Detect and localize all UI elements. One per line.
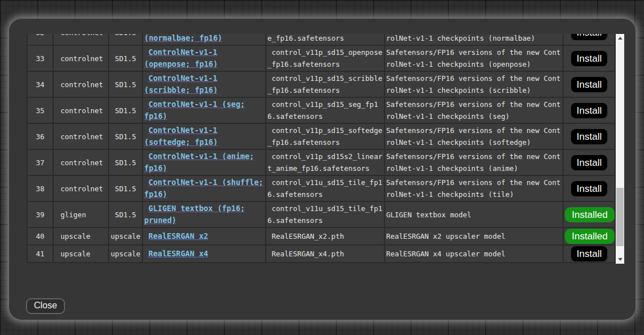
install-button[interactable]: Install xyxy=(571,155,607,170)
model-base-cell: SD1.5 xyxy=(109,72,142,97)
model-id-cell: 41 xyxy=(28,246,53,262)
installed-badge[interactable]: Installed xyxy=(565,229,615,244)
model-action-cell: Install xyxy=(564,124,615,149)
model-filename-cell: control_v11p_sd15_seg_fp16.safetensors xyxy=(266,98,384,123)
model-filename-cell: control_v11p_sd15s2_lineart_anime_fp16.s… xyxy=(266,150,384,175)
model-type-cell: controlnet xyxy=(54,46,108,71)
model-type-cell: controlnet xyxy=(54,176,108,201)
scroll-up-button[interactable] xyxy=(616,34,624,42)
model-action-cell: Installed xyxy=(564,202,615,227)
model-name-link[interactable]: ControlNet-v1-1 (normalbae; fp16) xyxy=(144,34,222,42)
installed-badge[interactable]: Installed xyxy=(565,207,615,222)
model-id-cell: 36 xyxy=(28,124,53,149)
model-type-cell: upscale xyxy=(54,246,108,262)
model-base-cell: SD1.5 xyxy=(109,34,142,45)
table-row: 41 upscale upscale RealESRGAN x4 RealESR… xyxy=(28,246,615,262)
model-filename-cell: control_v11p_sd15_scribble_fp16.safetens… xyxy=(266,72,384,97)
model-filename-cell: control_v11u_sd15_tile_fp16.safetensors xyxy=(266,202,384,227)
model-id-cell: 33 xyxy=(28,46,53,71)
model-base-cell: SD1.5 xyxy=(109,150,142,175)
model-type-cell: gligen xyxy=(54,202,108,227)
model-id-cell: 32 xyxy=(28,34,53,45)
model-name-cell: RealESRGAN x2 xyxy=(143,228,265,244)
model-description-cell: RealESRGAN x4 upscaler model xyxy=(385,246,563,262)
model-type-cell: controlnet xyxy=(54,34,108,45)
model-name-cell: ControlNet-v1-1 (anime; fp16) xyxy=(143,150,265,175)
install-button[interactable]: Install xyxy=(571,246,607,261)
model-action-cell: Install xyxy=(564,176,615,201)
model-action-cell: Install xyxy=(564,72,615,97)
model-name-link[interactable]: ControlNet-v1-1 (anime; fp16) xyxy=(144,152,254,173)
model-id-cell: 37 xyxy=(28,150,53,175)
scroll-down-button[interactable] xyxy=(616,255,624,264)
arrow-up-icon xyxy=(618,37,623,40)
table-row: 39 gligen SD1.5 GLIGEN textbox (fp16; pr… xyxy=(28,202,615,227)
model-description-cell: GLIGEN textbox model xyxy=(385,202,563,227)
model-id-cell: 40 xyxy=(28,228,53,244)
table-row: 37 controlnet SD1.5 ControlNet-v1-1 (ani… xyxy=(28,150,615,175)
model-name-link[interactable]: ControlNet-v1-1 (scribble; fp16) xyxy=(144,74,218,95)
install-button[interactable]: Install xyxy=(571,77,607,92)
model-type-cell: controlnet xyxy=(54,98,108,123)
model-name-cell: ControlNet-v1-1 (openpose; fp16) xyxy=(143,46,265,71)
install-button[interactable]: Install xyxy=(571,34,607,40)
model-filename-cell: RealESRGAN_x2.pth xyxy=(266,228,384,244)
model-action-cell: Installed xyxy=(564,228,615,244)
model-name-cell: ControlNet-v1-1 (normalbae; fp16) xyxy=(143,34,265,45)
model-table-scroll-area: 32 controlnet SD1.5 ControlNet-v1-1 (nor… xyxy=(27,34,624,264)
model-type-cell: controlnet xyxy=(54,150,108,175)
model-name-cell: RealESRGAN x4 xyxy=(143,246,265,262)
install-button[interactable]: Install xyxy=(571,103,607,118)
model-type-cell: upscale xyxy=(54,228,108,244)
model-action-cell: Install xyxy=(564,34,615,45)
model-base-cell: SD1.5 xyxy=(109,202,142,227)
model-id-cell: 35 xyxy=(28,98,53,123)
model-filename-cell: control_v11p_sd15_softedge_fp16.safetens… xyxy=(266,124,384,149)
model-filename-cell: control_v11u_sd15_tile_fp16.safetensors xyxy=(266,176,384,201)
model-name-link[interactable]: ControlNet-v1-1 (openpose; fp16) xyxy=(144,48,218,68)
table-row: 35 controlnet SD1.5 ControlNet-v1-1 (seg… xyxy=(28,98,615,123)
model-name-link[interactable]: RealESRGAN x2 xyxy=(149,231,209,240)
model-base-cell: SD1.5 xyxy=(109,176,142,201)
model-description-cell: Safetensors/FP16 versions of the new Con… xyxy=(385,176,563,201)
install-button[interactable]: Install xyxy=(571,51,607,66)
arrow-down-icon xyxy=(618,258,623,261)
model-name-cell: ControlNet-v1-1 (scribble; fp16) xyxy=(143,72,265,97)
install-button[interactable]: Install xyxy=(571,129,607,144)
model-filename-cell: control_v11p_sd15_normalbae_fp16.safeten… xyxy=(266,34,384,45)
scrollbar-thumb[interactable] xyxy=(616,188,624,246)
vertical-scrollbar[interactable] xyxy=(616,34,624,264)
table-row: 32 controlnet SD1.5 ControlNet-v1-1 (nor… xyxy=(28,34,615,45)
model-description-cell: Safetensors/FP16 versions of the new Con… xyxy=(385,72,563,97)
model-id-cell: 34 xyxy=(28,72,53,97)
model-type-cell: controlnet xyxy=(54,124,108,149)
model-name-cell: GLIGEN textbox (fp16; pruned) xyxy=(143,202,265,227)
table-row: 34 controlnet SD1.5 ControlNet-v1-1 (scr… xyxy=(28,72,615,97)
table-row: 40 upscale upscale RealESRGAN x2 RealESR… xyxy=(28,228,615,244)
model-description-cell: Safetensors/FP16 versions of the new Con… xyxy=(385,150,563,175)
model-name-cell: ControlNet-v1-1 (shuffle; fp16) xyxy=(143,176,265,201)
model-name-cell: ControlNet-v1-1 (softedge; fp16) xyxy=(143,124,265,149)
model-name-link[interactable]: ControlNet-v1-1 (shuffle; fp16) xyxy=(144,178,263,199)
model-name-link[interactable]: RealESRGAN x4 xyxy=(149,249,209,258)
model-base-cell: SD1.5 xyxy=(109,98,142,123)
model-action-cell: Install xyxy=(564,150,615,175)
model-base-cell: upscale xyxy=(109,228,142,244)
close-button[interactable]: Close xyxy=(26,298,65,314)
table-row: 36 controlnet SD1.5 ControlNet-v1-1 (sof… xyxy=(28,124,615,149)
model-description-cell: Safetensors/FP16 versions of the new Con… xyxy=(385,46,563,71)
install-button[interactable]: Install xyxy=(571,181,607,196)
model-name-link[interactable]: ControlNet-v1-1 (softedge; fp16) xyxy=(144,126,218,147)
model-action-cell: Install xyxy=(564,46,615,71)
model-action-cell: Install xyxy=(564,246,615,262)
model-description-cell: RealESRGAN x2 upscaler model xyxy=(385,228,563,244)
model-filename-cell: control_v11p_sd15_openpose_fp16.safetens… xyxy=(266,46,384,71)
install-models-dialog: 32 controlnet SD1.5 ControlNet-v1-1 (nor… xyxy=(9,19,636,320)
table-row: 33 controlnet SD1.5 ControlNet-v1-1 (ope… xyxy=(28,46,615,71)
model-action-cell: Install xyxy=(564,98,615,123)
model-id-cell: 39 xyxy=(28,202,53,227)
model-name-link[interactable]: GLIGEN textbox (fp16; pruned) xyxy=(144,204,245,225)
model-type-cell: controlnet xyxy=(54,72,108,97)
model-table: 32 controlnet SD1.5 ControlNet-v1-1 (nor… xyxy=(27,34,616,263)
model-name-link[interactable]: ControlNet-v1-1 (seg; fp16) xyxy=(144,100,245,121)
